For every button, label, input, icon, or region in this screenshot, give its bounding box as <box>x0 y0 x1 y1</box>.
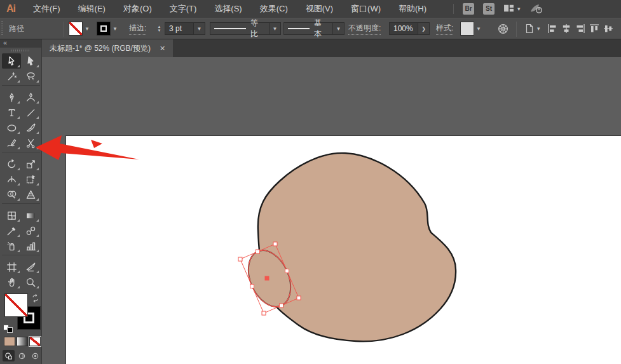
menu-item-窗口w[interactable]: 窗口(W) <box>342 0 390 18</box>
paint-style-buttons <box>0 334 41 346</box>
draw-normal-button[interactable] <box>3 350 15 361</box>
shaper-tool[interactable] <box>2 135 21 151</box>
style-swatch[interactable] <box>460 22 474 36</box>
pen-icon <box>6 92 17 103</box>
fill-none-swatch[interactable] <box>69 22 83 36</box>
chevron-down-icon[interactable]: ▼ <box>194 22 205 35</box>
swap-fill-stroke-icon[interactable] <box>31 293 39 305</box>
curvature-tool[interactable] <box>21 90 40 105</box>
symbol-sprayer-tool[interactable] <box>2 238 21 253</box>
menu-item-选择s[interactable]: 选择(S) <box>205 0 250 18</box>
ellipse-tool[interactable] <box>2 120 21 135</box>
opacity-field[interactable]: 100% <box>389 22 418 35</box>
control-bar: 路径 ▼ ▼ 描边: ▲▼ 3 pt ▼ 等比 ▼ 基本 <box>0 18 621 39</box>
menu-item-效果c[interactable]: 效果(C) <box>251 0 297 18</box>
artboard[interactable] <box>65 135 621 364</box>
default-fill-stroke-icon[interactable] <box>3 325 13 333</box>
artboard-tool[interactable] <box>2 259 21 274</box>
fill-color-control[interactable]: ▼ <box>69 18 92 39</box>
lasso-tool[interactable] <box>21 69 40 84</box>
opacity-panel-link[interactable]: 不透明度: <box>348 23 381 35</box>
artboard-icon <box>6 262 17 273</box>
stock-button[interactable]: St <box>483 3 495 15</box>
blend-tool[interactable] <box>21 223 40 238</box>
slice-tool[interactable] <box>21 259 40 274</box>
style-dropdown[interactable]: ▼ <box>460 18 483 39</box>
vertical-align-top-button[interactable] <box>587 21 601 36</box>
app-logo: Ai <box>0 3 24 15</box>
vertical-align-top-icon <box>589 23 600 34</box>
type-tool[interactable] <box>2 105 21 120</box>
stroke-weight-stepper[interactable]: ▲▼ <box>156 18 163 39</box>
brush-definition-dropdown[interactable]: 基本 <box>283 22 333 35</box>
perspective-grid-tool[interactable] <box>21 187 40 202</box>
free-transform-tool[interactable] <box>21 172 40 187</box>
controlbar-grip[interactable] <box>1 21 3 36</box>
magic-wand-tool[interactable] <box>2 69 21 84</box>
gradient-button[interactable] <box>17 337 28 346</box>
width-profile-dropdown[interactable]: 等比 <box>210 22 270 35</box>
context-label: 路径 <box>9 24 24 34</box>
style-panel-link[interactable]: 样式: <box>436 23 453 35</box>
line-segment-tool[interactable] <box>21 105 40 120</box>
draw-inside-button[interactable] <box>29 350 41 361</box>
chevron-down-icon[interactable]: ▼ <box>270 22 281 35</box>
width-tool[interactable] <box>2 172 21 187</box>
menu-item-文字t[interactable]: 文字(T) <box>161 0 206 18</box>
menu-item-帮助h[interactable]: 帮助(H) <box>390 0 435 18</box>
bridge-button[interactable]: Br <box>463 3 474 15</box>
menu-items: 文件(F)编辑(E)对象(O)文字(T)选择(S)效果(C)视图(V)窗口(W)… <box>24 0 435 18</box>
vertical-align-center-button[interactable] <box>601 21 615 36</box>
color-button[interactable] <box>4 337 15 346</box>
stroke-panel-link[interactable]: 描边: <box>129 23 146 35</box>
document-setup-button[interactable]: ▾ <box>524 18 540 39</box>
freetransform-icon <box>25 174 36 185</box>
rotate-tool[interactable] <box>2 156 21 172</box>
none-button[interactable] <box>29 337 41 346</box>
mesh-tool[interactable] <box>2 208 21 223</box>
pen-tool[interactable] <box>2 90 21 105</box>
chevron-down-icon[interactable]: ▼ <box>83 22 92 36</box>
menubar-divider <box>453 4 454 14</box>
horizontal-align-right-button[interactable] <box>573 21 587 36</box>
line-icon <box>25 107 36 118</box>
document-tab-title: 未标题-1* @ 52% (RGB/预览) <box>50 43 151 54</box>
column-graph-tool[interactable] <box>21 238 40 253</box>
fill-swatch-none[interactable] <box>4 293 28 317</box>
paintbrush-tool[interactable] <box>21 120 40 135</box>
menu-item-编辑e[interactable]: 编辑(E) <box>69 0 114 18</box>
menubar-right: Br St ▾ <box>453 3 543 15</box>
recolor-artwork-button[interactable] <box>497 18 509 39</box>
scale-tool[interactable] <box>21 156 40 172</box>
stroke-color-swatch[interactable] <box>97 22 111 36</box>
horizontal-align-center-button[interactable] <box>559 21 573 36</box>
menu-item-文件f[interactable]: 文件(F) <box>24 0 69 18</box>
opacity-more-button[interactable]: ❯ <box>418 22 430 35</box>
toolbar-collapse-button[interactable]: « <box>0 39 41 48</box>
toolbar-grip[interactable] <box>0 48 41 53</box>
horizontal-align-left-button[interactable] <box>545 21 559 36</box>
eyedropper-tool[interactable] <box>2 223 21 238</box>
direct-selection-tool[interactable] <box>21 53 40 69</box>
chevron-down-icon: ▾ <box>537 25 540 32</box>
draw-behind-button[interactable] <box>16 350 28 361</box>
shape-builder-tool[interactable] <box>2 187 21 202</box>
chevron-down-icon[interactable]: ▼ <box>333 22 345 35</box>
workspace-switcher-button[interactable]: ▾ <box>503 4 521 15</box>
gpu-performance-icon[interactable] <box>529 3 543 15</box>
stroke-weight-field[interactable]: 3 pt <box>165 22 194 35</box>
pasteboard[interactable] <box>42 57 621 364</box>
stroke-color-control[interactable]: ▼ <box>97 18 119 39</box>
hand-tool[interactable] <box>2 274 21 290</box>
chevron-down-icon[interactable]: ▼ <box>474 22 483 36</box>
chevron-down-icon[interactable]: ▼ <box>111 22 119 36</box>
zoom-tool[interactable] <box>21 274 40 290</box>
document-tab[interactable]: 未标题-1* @ 52% (RGB/预览) ✕ <box>42 39 173 57</box>
selection-tool[interactable] <box>2 53 21 69</box>
menu-item-视图v[interactable]: 视图(V) <box>297 0 342 18</box>
tab-close-icon[interactable]: ✕ <box>160 44 165 53</box>
menu-item-对象o[interactable]: 对象(O) <box>114 0 161 18</box>
hand-icon <box>6 277 17 288</box>
scissors-tool[interactable] <box>21 135 40 151</box>
gradient-tool[interactable] <box>21 208 40 223</box>
